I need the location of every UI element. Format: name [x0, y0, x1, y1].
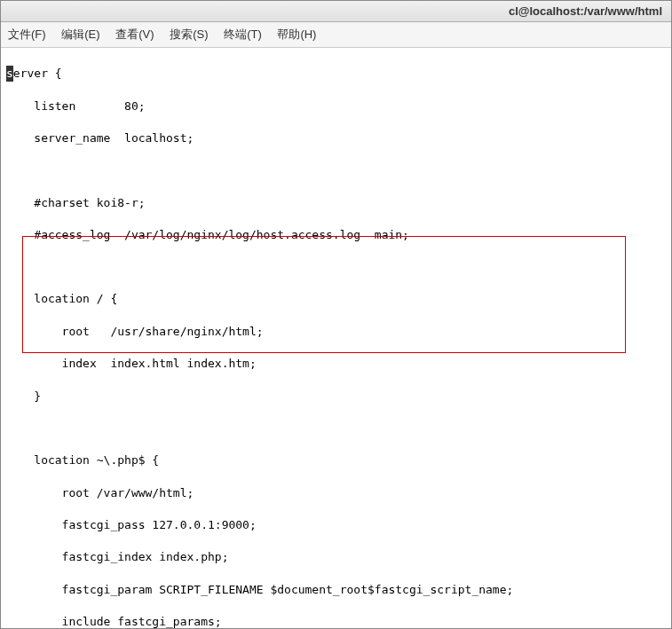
code-line: server_name localhost; [6, 130, 666, 146]
code-line [6, 259, 666, 275]
window-title: cl@localhost:/var/www/html [509, 4, 662, 18]
menu-bar: 文件(F) 编辑(E) 查看(V) 搜索(S) 终端(T) 帮助(H) [1, 22, 671, 48]
menu-terminal[interactable]: 终端(T) [224, 27, 262, 43]
cursor: s [6, 66, 13, 82]
code-text: erver { [13, 67, 62, 80]
code-line: } [6, 389, 666, 405]
code-line: root /usr/share/nginx/html; [6, 324, 666, 340]
code-line [6, 421, 666, 436]
code-line: root /var/www/html; [6, 485, 666, 501]
terminal-content[interactable]: server { listen 80; server_name localhos… [1, 48, 671, 629]
code-line: index index.html index.htm; [6, 356, 666, 372]
menu-search[interactable]: 搜索(S) [170, 27, 208, 43]
code-line: include fastcgi_params; [6, 614, 666, 629]
menu-help[interactable]: 帮助(H) [277, 27, 316, 43]
code-line: listen 80; [6, 98, 666, 114]
menu-view[interactable]: 查看(V) [115, 27, 154, 43]
code-line: fastcgi_param SCRIPT_FILENAME $document_… [6, 582, 666, 598]
menu-file[interactable]: 文件(F) [8, 27, 46, 43]
code-line [6, 162, 666, 178]
code-line: location / { [6, 291, 666, 307]
code-line: fastcgi_index index.php; [6, 549, 666, 565]
code-line: server { [6, 66, 666, 82]
menu-edit[interactable]: 编辑(E) [61, 27, 99, 43]
code-line: #charset koi8-r; [6, 195, 666, 211]
window-title-bar: cl@localhost:/var/www/html [1, 1, 671, 22]
code-line: fastcgi_pass 127.0.0.1:9000; [6, 517, 666, 533]
code-line: #access_log /var/log/nginx/log/host.acce… [6, 227, 666, 243]
code-line: location ~\.php$ { [6, 452, 666, 468]
